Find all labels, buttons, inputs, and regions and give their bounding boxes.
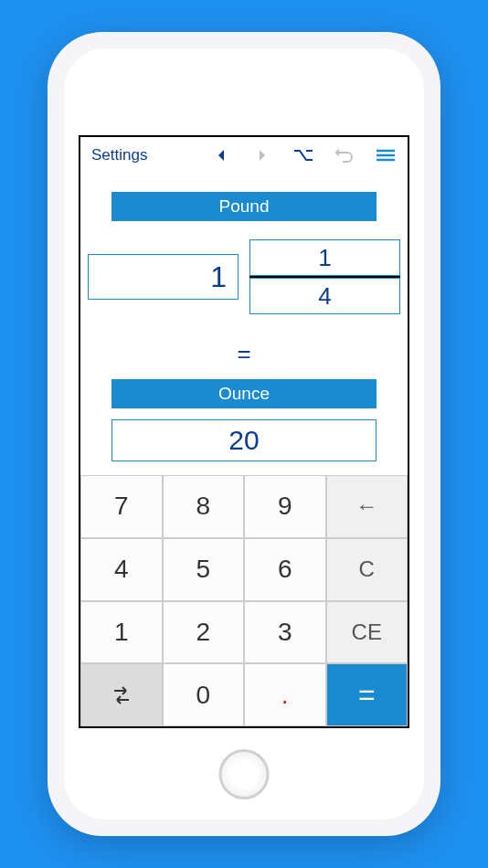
- key-backspace[interactable]: ←: [326, 475, 408, 538]
- key-2[interactable]: 2: [163, 601, 245, 664]
- key-9[interactable]: 9: [244, 475, 326, 538]
- denominator-input[interactable]: 4: [249, 278, 400, 314]
- key-3[interactable]: 3: [244, 601, 326, 664]
- numerator-input[interactable]: 1: [249, 239, 400, 276]
- key-4[interactable]: 4: [80, 538, 163, 601]
- back-arrow-icon[interactable]: [200, 137, 241, 174]
- phone-body: Settings P: [64, 48, 424, 820]
- key-decimal[interactable]: .: [244, 663, 326, 726]
- key-equals[interactable]: =: [326, 663, 408, 726]
- option-key-icon[interactable]: [282, 137, 324, 174]
- equals-sign: =: [237, 340, 250, 368]
- key-5[interactable]: 5: [163, 538, 245, 601]
- key-0[interactable]: 0: [163, 663, 245, 726]
- fraction-input-row: 1 1 4: [88, 239, 400, 314]
- key-clear-entry[interactable]: CE: [326, 601, 408, 664]
- keypad: 7 8 9 ← 4 5 6 C 1 2 3 CE: [80, 475, 408, 726]
- input-unit-label[interactable]: Pound: [111, 192, 377, 221]
- output-unit-label[interactable]: Ounce: [111, 379, 377, 408]
- key-8[interactable]: 8: [163, 475, 245, 538]
- settings-button[interactable]: Settings: [82, 146, 156, 164]
- undo-icon: [324, 137, 365, 174]
- whole-number-input[interactable]: 1: [88, 254, 239, 300]
- key-1[interactable]: 1: [80, 601, 163, 664]
- app-screen: Settings P: [79, 135, 409, 728]
- display-area: Pound 1 1 4 = Ounce 20: [80, 174, 408, 475]
- result-value[interactable]: 20: [111, 419, 377, 461]
- toolbar: Settings: [80, 137, 408, 174]
- phone-frame: Settings P: [48, 32, 440, 836]
- home-button[interactable]: [219, 749, 270, 799]
- key-clear[interactable]: C: [326, 538, 408, 601]
- key-6[interactable]: 6: [244, 538, 326, 601]
- forward-arrow-icon: [241, 137, 282, 174]
- swap-icon: [110, 685, 133, 705]
- key-7[interactable]: 7: [80, 475, 163, 538]
- fraction-part: 1 4: [249, 239, 400, 314]
- key-swap[interactable]: [80, 663, 163, 726]
- menu-icon[interactable]: [365, 137, 406, 174]
